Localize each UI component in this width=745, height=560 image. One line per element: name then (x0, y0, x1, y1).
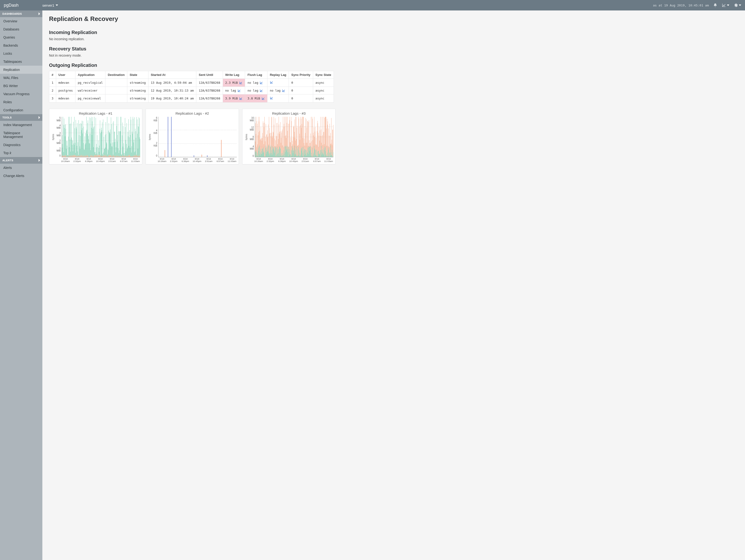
table-row: 3mdevanpg_receivewalstreaming19 Aug 2019… (49, 94, 334, 102)
chart-plot (255, 117, 333, 157)
chart-card: Replication Lags - #3bytes16MiB12MiB8MiB… (242, 109, 335, 164)
sidebar-item-wal-files[interactable]: WAL Files (0, 74, 42, 82)
cell (267, 94, 289, 102)
gear-icon (734, 3, 738, 7)
sidebar-item-databases[interactable]: Databases (0, 25, 42, 33)
chart-link-icon[interactable] (260, 81, 263, 85)
chart-link-icon[interactable] (261, 97, 265, 100)
chart-link-icon[interactable] (237, 89, 241, 92)
cell: 12A/637B8268 (196, 87, 223, 94)
sidebar-item-roles[interactable]: Roles (0, 98, 42, 106)
content: Replication & Recovery Incoming Replicat… (42, 10, 745, 560)
col-header: Destination (105, 71, 127, 79)
chart-plot (158, 117, 237, 157)
sidebar: DASHBOARDSOverviewDatabasesQueriesBacken… (0, 10, 42, 560)
sidebar-item-tablespace-management[interactable]: Tablespace Management (0, 129, 42, 141)
chart-xaxis: 8/1810:26am8/182:32pm8/186:38pm8/1810:45… (254, 158, 333, 163)
sidebar-item-queries[interactable]: Queries (0, 33, 42, 41)
chart-link-icon[interactable] (270, 80, 273, 84)
chart-plot (62, 117, 140, 157)
sidebar-item-change-alerts[interactable]: Change Alerts (0, 172, 42, 180)
chart-card: Replication Lags - #1bytes5MiB4MiB3MiB2M… (49, 109, 142, 164)
incoming-heading: Incoming Replication (49, 30, 738, 35)
chart-icon (722, 3, 726, 7)
sidebar-item-bg-writer[interactable]: BG Writer (0, 82, 42, 90)
sidebar-item-locks[interactable]: Locks (0, 50, 42, 58)
sidebar-item-replication[interactable]: Replication (0, 66, 42, 74)
cell: streaming (127, 79, 148, 87)
chart-ylabel: bytes (51, 117, 55, 157)
chart-link-icon[interactable] (239, 97, 242, 100)
bell-icon[interactable] (713, 3, 717, 7)
col-header: Started At (148, 71, 196, 79)
cell: 0 (289, 94, 313, 102)
charts-container: Replication Lags - #1bytes5MiB4MiB3MiB2M… (49, 109, 738, 164)
col-header: Application (75, 71, 105, 79)
cell (105, 94, 127, 102)
sidebar-item-backends[interactable]: Backends (0, 41, 42, 50)
cell: 13 Aug 2019, 4:59:04 am (148, 79, 196, 87)
chart-link-icon[interactable] (260, 89, 263, 92)
chart-link-icon[interactable] (270, 96, 273, 100)
cell: async (313, 94, 333, 102)
sidebar-section-header[interactable]: DASHBOARDS (0, 10, 42, 17)
cell: no lag (223, 87, 245, 94)
settings-menu[interactable] (734, 3, 741, 7)
incoming-text: No incoming replication. (49, 37, 738, 41)
outgoing-table: #UserApplicationDestinationStateStarted … (49, 71, 334, 102)
sidebar-item-vacuum-progress[interactable]: Vacuum Progress (0, 90, 42, 98)
chart-title: Replication Lags - #3 (245, 111, 333, 116)
col-header: Replay Lag (267, 71, 289, 79)
cell: 3.9 MiB (223, 94, 245, 102)
chart-title: Replication Lags - #1 (51, 111, 140, 116)
server-selector[interactable]: server1 (42, 3, 58, 7)
sidebar-item-diagnostics[interactable]: Diagnostics (0, 141, 42, 149)
col-header: User (56, 71, 75, 79)
sidebar-item-overview[interactable]: Overview (0, 17, 42, 25)
topbar-right: as at 19 Aug 2019, 10:45:01 am (653, 3, 741, 7)
col-header: Flush Lag (245, 71, 267, 79)
cell: 3 (49, 94, 56, 102)
cell: 2 (49, 87, 56, 94)
cell (105, 87, 127, 94)
caret-down-icon (739, 4, 741, 6)
chart-title: Replication Lags - #2 (148, 111, 237, 116)
chart-yaxis: 16MiB12MiB8MiB4MiB0 (248, 117, 255, 157)
col-header: Sent Until (196, 71, 223, 79)
cell (105, 79, 127, 87)
col-header: State (127, 71, 148, 79)
chart-xaxis: 8/1810:26am8/182:32pm8/186:38pm8/1810:45… (61, 158, 140, 163)
sidebar-item-index-management[interactable]: Index Management (0, 121, 42, 129)
sidebar-item-configuration[interactable]: Configuration (0, 106, 42, 114)
sidebar-section-header[interactable]: ALERTS (0, 157, 42, 164)
chart-card: Replication Lags - #2bytes6KiB4KiB2KiB08… (145, 109, 239, 164)
chart-yaxis: 5MiB4MiB3MiB2MiB1MiB0 (55, 117, 62, 157)
col-header: Write Lag (223, 71, 245, 79)
cell: 12A/637B8268 (196, 94, 223, 102)
cell: pg_receivewal (75, 94, 105, 102)
chart-link-icon[interactable] (282, 89, 285, 92)
chart-link-icon[interactable] (239, 81, 242, 85)
sidebar-item-tablespaces[interactable]: Tablespaces (0, 58, 42, 66)
chart-menu[interactable] (722, 3, 729, 7)
cell: no lag (245, 79, 267, 87)
recovery-text: Not in recovery mode. (49, 54, 738, 57)
outgoing-heading: Outgoing Replication (49, 63, 738, 68)
cell: 0 (289, 79, 313, 87)
chart-ylabel: bytes (148, 117, 152, 157)
cell: no lag (267, 87, 289, 94)
cell: 2.3 MiB (223, 79, 245, 87)
cell: pg_recvlogical (75, 79, 105, 87)
cell: 12A/637B8268 (196, 79, 223, 87)
col-header: Sync Priority (289, 71, 313, 79)
server-selector-label: server1 (42, 3, 54, 7)
sidebar-item-top-k[interactable]: Top k (0, 149, 42, 157)
sidebar-section-header[interactable]: TOOLS (0, 114, 42, 121)
sidebar-item-alerts[interactable]: Alerts (0, 164, 42, 172)
cell: async (313, 79, 333, 87)
cell: 3.8 MiB (245, 94, 267, 102)
col-header: # (49, 71, 56, 79)
cell: mdevan (56, 79, 75, 87)
brand[interactable]: pgDash (4, 3, 42, 8)
table-row: 2postgreswalreceiverstreaming12 Aug 2019… (49, 87, 334, 94)
